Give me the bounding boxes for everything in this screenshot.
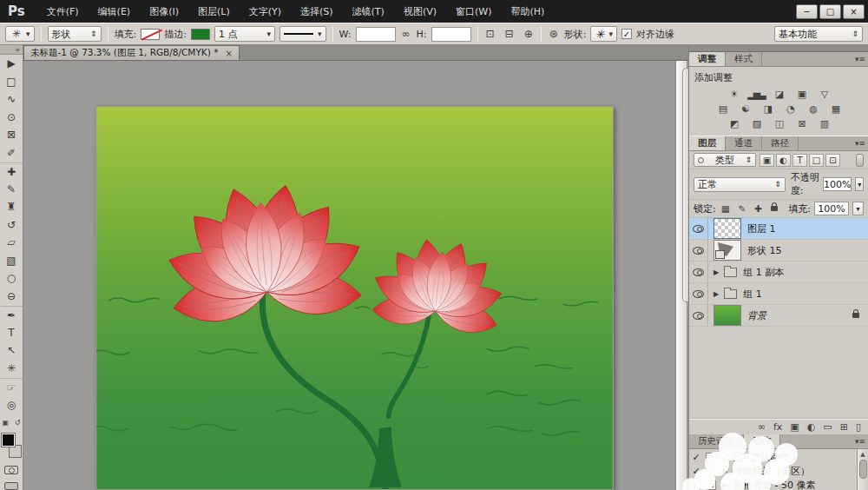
visibility-toggle[interactable] (689, 262, 708, 282)
actions-scrollbar[interactable]: ▲ (857, 449, 868, 490)
levels-icon[interactable]: ▂▅▃ (749, 88, 764, 100)
menu-item[interactable]: 滤镜(T) (343, 0, 394, 23)
eraser-tool[interactable]: ▱ (1, 234, 23, 252)
scrollbar-thumb[interactable] (859, 460, 867, 479)
fill-value[interactable]: 100% (814, 202, 849, 215)
color-balance-icon[interactable]: ☯ (738, 103, 753, 115)
window-control-button[interactable]: × (843, 4, 865, 19)
new-layer-icon[interactable]: ⊞ (840, 421, 848, 433)
menu-item[interactable]: 文字(Y) (240, 0, 291, 23)
menu-item[interactable]: 选择(S) (291, 0, 343, 23)
hue-saturation-icon[interactable]: ▤ (715, 103, 730, 115)
layer-style-icon[interactable]: fx (773, 421, 782, 433)
shape-height-input[interactable] (431, 27, 471, 42)
layer-thumbnail[interactable] (724, 289, 737, 299)
quick-selection-tool[interactable]: ⊙ (1, 109, 23, 127)
background-color-swatch[interactable] (9, 445, 22, 458)
menu-item[interactable]: 窗口(W) (446, 0, 501, 23)
layer-thumbnail[interactable] (713, 240, 741, 261)
layer-thumbnail[interactable] (713, 218, 741, 239)
window-control-button[interactable]: − (796, 4, 818, 19)
brush-tool[interactable]: ✎ (1, 181, 23, 199)
foreground-color-swatch[interactable] (2, 434, 15, 447)
type-tool[interactable]: T (1, 324, 23, 342)
brightness-contrast-icon[interactable]: ☀ (727, 88, 741, 100)
fill-dropdown-button[interactable]: ▾ (852, 202, 864, 215)
filter-adjustment-icon[interactable]: ◐ (776, 154, 791, 167)
canvas-vertical-scrollbar[interactable] (675, 61, 687, 490)
eyedropper-tool[interactable]: ✐ (1, 144, 23, 162)
layer-row-group1[interactable]: ▶ 组 1 (689, 283, 868, 305)
tool-mode-select[interactable]: 形状 ⇕ (48, 26, 102, 42)
quick-mask-button[interactable] (4, 466, 18, 474)
curves-icon[interactable]: ◪ (772, 88, 786, 100)
panel-menu-icon[interactable]: ▾≡ (855, 437, 865, 446)
menu-item[interactable]: 帮助(H) (501, 0, 554, 23)
marquee-tool[interactable]: □ (1, 73, 23, 91)
lock-pixels-icon[interactable]: ✎ (736, 203, 748, 215)
hand-tool[interactable]: ☞ (1, 378, 23, 396)
menu-item[interactable]: 图像(I) (140, 0, 188, 23)
shape-width-input[interactable] (356, 27, 396, 42)
selective-color-icon[interactable]: ⊠ (794, 117, 809, 129)
crop-tool[interactable]: ⊠ (1, 126, 23, 144)
panel-menu-icon[interactable]: ▾≡ (855, 139, 865, 148)
new-group-icon[interactable]: ▭ (823, 421, 832, 433)
tab-styles[interactable]: 样式 (726, 52, 762, 66)
shape-picker[interactable]: ✳ ▾ (590, 26, 616, 42)
history-brush-tool[interactable]: ↺ (1, 216, 23, 235)
vibrance-icon[interactable]: ▽ (817, 88, 832, 100)
custom-shape-tool[interactable]: ✳ (1, 360, 23, 378)
scroll-up-icon[interactable]: ▲ (860, 451, 865, 458)
layer-row-group1-copy[interactable]: ▶ 组 1 副本 (689, 262, 868, 283)
add-layer-mask-icon[interactable]: ▣ (790, 421, 799, 433)
visibility-toggle[interactable] (689, 305, 708, 326)
lasso-tool[interactable]: ∿ (1, 90, 23, 109)
layer-thumbnail[interactable] (713, 305, 741, 326)
stroke-style-select[interactable]: ▾ (279, 26, 326, 42)
tab-paths[interactable]: 路径 (762, 136, 799, 150)
filter-type-select[interactable]: 类型 ⇕ (694, 153, 756, 167)
photo-filter-icon[interactable]: ◔ (783, 103, 798, 115)
blend-mode-select[interactable]: 正常 ⇕ (694, 177, 786, 192)
layer-row-shape15[interactable]: ▶ 形状 15 (689, 240, 868, 262)
tool-preset-picker[interactable]: ✳ ▾ (5, 26, 35, 42)
color-lookup-icon[interactable]: ▦ (828, 103, 843, 115)
tab-channels[interactable]: 通道 (726, 136, 762, 150)
opacity-value[interactable]: 100% (823, 177, 852, 191)
path-align-icon[interactable]: ⊟ (503, 28, 516, 40)
collapse-toolbar-button[interactable]: » (0, 45, 23, 55)
path-arrange-icon[interactable]: ⊕ (523, 28, 535, 40)
path-selection-tool[interactable]: ↖ (1, 341, 23, 360)
invert-icon[interactable]: ◩ (727, 117, 741, 129)
layer-thumbnail[interactable] (724, 268, 737, 277)
layer-row-layer1[interactable]: ▶ 图层 1 (689, 218, 868, 240)
panel-menu-icon[interactable]: ▾≡ (855, 55, 865, 63)
new-layer-mode-icon[interactable]: ⊡ (484, 28, 496, 40)
filter-type-icon[interactable]: T (792, 154, 807, 167)
filter-toggle-switch[interactable] (856, 154, 864, 167)
healing-brush-tool[interactable]: ✚ (1, 162, 23, 181)
filter-shape-icon[interactable]: □ (809, 154, 824, 167)
canvas-document[interactable] (95, 106, 614, 490)
visibility-toggle[interactable] (689, 240, 708, 261)
blur-tool[interactable]: ○ (1, 269, 23, 288)
link-dimensions-icon[interactable]: ∞ (400, 28, 412, 40)
swap-colors-icon[interactable]: ↺ (15, 419, 21, 427)
filter-pixel-icon[interactable]: ▣ (760, 154, 774, 167)
posterize-icon[interactable]: ▨ (749, 117, 764, 129)
black-white-icon[interactable]: ◨ (760, 103, 775, 115)
default-colors-icon[interactable]: ▣ (3, 419, 10, 427)
menu-item[interactable]: 图层(L) (188, 0, 240, 23)
visibility-toggle[interactable] (689, 283, 708, 304)
lock-transparency-icon[interactable]: ▦ (720, 203, 732, 215)
gear-icon[interactable]: ⊛ (548, 28, 560, 40)
layer-row-background[interactable]: ▶ 背景 (689, 305, 868, 327)
tab-adjustments[interactable]: 调整 (689, 52, 726, 66)
dodge-tool[interactable]: ⊖ (1, 288, 23, 306)
move-tool[interactable]: ▶ (1, 55, 23, 73)
filter-smart-object-icon[interactable]: ⊡ (825, 154, 840, 167)
new-adjustment-layer-icon[interactable]: ◐ (807, 421, 816, 433)
group-expander-icon[interactable]: ▶ (713, 290, 719, 298)
opacity-dropdown-button[interactable]: ▾ (855, 177, 864, 191)
